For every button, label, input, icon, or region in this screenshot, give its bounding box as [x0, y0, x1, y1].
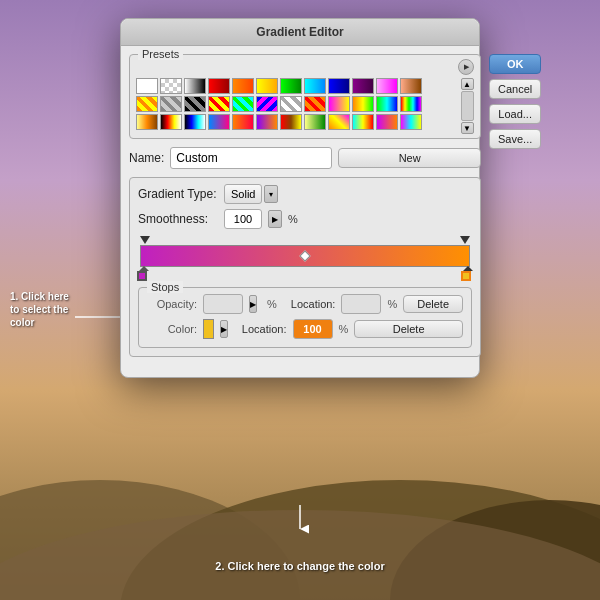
- gradient-top-stops: [140, 235, 470, 245]
- opacity-stop-left[interactable]: [140, 236, 150, 244]
- stops-legend: Stops: [147, 281, 183, 293]
- preset-swatch-0[interactable]: [136, 78, 158, 94]
- color-location-label: Location:: [242, 323, 287, 335]
- preset-swatch-12[interactable]: [136, 96, 158, 112]
- preset-swatch-16[interactable]: [232, 96, 254, 112]
- opacity-input[interactable]: [203, 294, 243, 314]
- gradient-bottom-stops: [140, 267, 470, 281]
- preset-swatch-8[interactable]: [328, 78, 350, 94]
- preset-swatch-22[interactable]: [376, 96, 398, 112]
- preset-swatch-30[interactable]: [280, 114, 302, 130]
- preset-swatch-23[interactable]: [400, 96, 422, 112]
- scroll-track: [461, 91, 474, 121]
- smoothness-label: Smoothness:: [138, 212, 218, 226]
- settings-group: Gradient Type: Solid ▾ Smoothness: ▶ %: [129, 177, 481, 357]
- preset-swatch-18[interactable]: [280, 96, 302, 112]
- dialog-buttons: OK Cancel Load... Save...: [489, 54, 541, 357]
- preset-swatch-10[interactable]: [376, 78, 398, 94]
- preset-swatch-13[interactable]: [160, 96, 182, 112]
- presets-grid: [136, 78, 457, 130]
- preset-swatch-25[interactable]: [160, 114, 182, 130]
- smoothness-unit: %: [288, 213, 298, 225]
- preset-swatch-21[interactable]: [352, 96, 374, 112]
- smooth-row: Smoothness: ▶ %: [138, 209, 472, 229]
- gradient-editor-dialog: Gradient Editor Presets ▶ ▲: [120, 18, 480, 378]
- dialog-titlebar: Gradient Editor: [121, 19, 479, 46]
- opacity-arrow[interactable]: ▶: [249, 295, 257, 313]
- opacity-location-unit: %: [387, 298, 397, 310]
- dialog-body: Presets ▶ ▲ ▼: [121, 46, 479, 365]
- smoothness-arrow[interactable]: ▶: [268, 210, 282, 228]
- preset-swatch-31[interactable]: [304, 114, 326, 130]
- opacity-percent: %: [267, 298, 277, 310]
- opacity-location-input[interactable]: [341, 294, 381, 314]
- preset-swatch-35[interactable]: [400, 114, 422, 130]
- name-row: Name: New: [129, 147, 481, 169]
- select-wrap: Solid ▾: [224, 184, 278, 204]
- gradient-bar[interactable]: [140, 245, 470, 267]
- preset-swatch-34[interactable]: [376, 114, 398, 130]
- presets-play-button[interactable]: ▶: [458, 59, 474, 75]
- presets-header: ▶: [136, 59, 474, 75]
- opacity-delete-button[interactable]: Delete: [403, 295, 463, 313]
- color-location-input[interactable]: [293, 319, 333, 339]
- midpoint-diamond[interactable]: [299, 250, 310, 261]
- type-row: Gradient Type: Solid ▾: [138, 184, 472, 204]
- preset-swatch-1[interactable]: [160, 78, 182, 94]
- preset-swatch-29[interactable]: [256, 114, 278, 130]
- opacity-label: Opacity:: [147, 298, 197, 310]
- scroll-up-button[interactable]: ▲: [461, 78, 474, 90]
- preset-swatch-5[interactable]: [256, 78, 278, 94]
- color-stop-row: Color: ▶ Location: % Delete: [147, 319, 463, 339]
- dialog-title: Gradient Editor: [256, 25, 343, 39]
- dialog-main: Presets ▶ ▲ ▼: [129, 54, 481, 357]
- preset-swatch-6[interactable]: [280, 78, 302, 94]
- preset-swatch-28[interactable]: [232, 114, 254, 130]
- preset-swatch-24[interactable]: [136, 114, 158, 130]
- color-stop-right[interactable]: [461, 266, 473, 281]
- preset-swatch-2[interactable]: [184, 78, 206, 94]
- gradient-type-value: Solid: [224, 184, 262, 204]
- color-arrow[interactable]: ▶: [220, 320, 228, 338]
- ok-button[interactable]: OK: [489, 54, 541, 74]
- annotation-arrow-bottom: [290, 505, 310, 535]
- preset-swatch-20[interactable]: [328, 96, 350, 112]
- preset-swatch-32[interactable]: [328, 114, 350, 130]
- color-delete-button[interactable]: Delete: [354, 320, 463, 338]
- preset-swatch-27[interactable]: [208, 114, 230, 130]
- opacity-stop-right[interactable]: [460, 236, 470, 244]
- scroll-down-button[interactable]: ▼: [461, 122, 474, 134]
- preset-swatch-15[interactable]: [208, 96, 230, 112]
- preset-swatch-4[interactable]: [232, 78, 254, 94]
- opacity-location-label: Location:: [291, 298, 336, 310]
- preset-swatch-26[interactable]: [184, 114, 206, 130]
- stops-group: Stops Opacity: ▶ % Location: % Delete: [138, 287, 472, 348]
- presets-group: Presets ▶ ▲ ▼: [129, 54, 481, 139]
- preset-swatch-7[interactable]: [304, 78, 326, 94]
- preset-swatch-3[interactable]: [208, 78, 230, 94]
- preset-swatch-19[interactable]: [304, 96, 326, 112]
- preset-swatch-17[interactable]: [256, 96, 278, 112]
- preset-swatch-33[interactable]: [352, 114, 374, 130]
- opacity-stop-row: Opacity: ▶ % Location: % Delete: [147, 294, 463, 314]
- gradient-type-arrow[interactable]: ▾: [264, 185, 278, 203]
- color-swatch[interactable]: [203, 319, 214, 339]
- load-button[interactable]: Load...: [489, 104, 541, 124]
- save-button[interactable]: Save...: [489, 129, 541, 149]
- color-label: Color:: [147, 323, 197, 335]
- annotation-bottom: 2. Click here to change the color: [215, 560, 384, 572]
- cancel-button[interactable]: Cancel: [489, 79, 541, 99]
- name-input[interactable]: [170, 147, 332, 169]
- color-stop-left[interactable]: [137, 266, 149, 281]
- presets-scrollbar: ▲ ▼: [460, 78, 474, 134]
- gradient-bar-container: [138, 235, 472, 281]
- smoothness-input[interactable]: [224, 209, 262, 229]
- presets-label: Presets: [138, 48, 183, 60]
- new-button[interactable]: New: [338, 148, 481, 168]
- preset-swatch-9[interactable]: [352, 78, 374, 94]
- preset-swatch-11[interactable]: [400, 78, 422, 94]
- color-location-unit: %: [339, 323, 349, 335]
- preset-swatch-14[interactable]: [184, 96, 206, 112]
- name-label: Name:: [129, 151, 164, 165]
- presets-grid-wrap: ▲ ▼: [136, 78, 474, 134]
